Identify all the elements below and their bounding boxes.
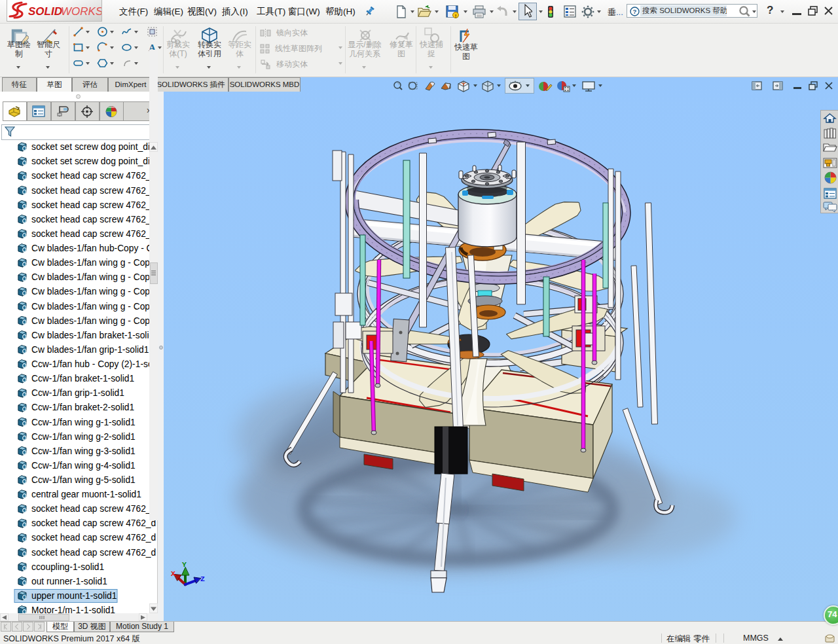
svg-text:central gear muont-1-solid1: central gear muont-1-solid1 [31, 490, 141, 499]
svg-text:socket head cap screw 4762_d: socket head cap screw 4762_d [31, 171, 156, 181]
svg-text:Ccw-1/fan wing g-3-solid1: Ccw-1/fan wing g-3-solid1 [31, 446, 136, 456]
svg-text:socket head cap screw 4762_d: socket head cap screw 4762_d [31, 504, 156, 514]
svg-text:socket head cap screw 4762_d: socket head cap screw 4762_d [31, 533, 156, 543]
svg-text:Ccw-1/fan hub - Copy (2)-1-so: Ccw-1/fan hub - Copy (2)-1-so [31, 359, 153, 369]
svg-text:upper mount-1-solid1: upper mount-1-solid1 [31, 591, 117, 601]
svg-text:socket head cap screw 4762_d: socket head cap screw 4762_d [31, 548, 156, 558]
svg-text:Ccw-1/fan braket-1-solid1: Ccw-1/fan braket-1-solid1 [31, 374, 134, 384]
svg-text:Z: Z [200, 575, 205, 583]
svg-text:!: ! [455, 13, 457, 19]
svg-text:socket set screw dog point_dir: socket set screw dog point_dir [31, 142, 153, 152]
svg-text:Ccw-1/fan wing g-1-solid1: Ccw-1/fan wing g-1-solid1 [31, 418, 136, 427]
svg-text:socket head cap screw 4762_d: socket head cap screw 4762_d [31, 518, 156, 528]
svg-text:Ccw-1/fan wing g-4-solid1: Ccw-1/fan wing g-4-solid1 [31, 461, 136, 471]
svg-text:Cw blades-1/fan wing g - Copy: Cw blades-1/fan wing g - Copy [31, 316, 155, 326]
svg-text:Cw blades-1/fan wing g - Copy: Cw blades-1/fan wing g - Copy [31, 258, 155, 268]
svg-text:Cw blades-1/fan wing g - Copy: Cw blades-1/fan wing g - Copy [31, 272, 155, 282]
svg-text:Cw blades-1/fan wing g - Copy: Cw blades-1/fan wing g - Copy [31, 302, 155, 312]
svg-text:out runner-1-solid1: out runner-1-solid1 [31, 577, 107, 586]
svg-text:Motor-1/m-1-1-solid1: Motor-1/m-1-1-solid1 [31, 605, 115, 613]
svg-text:Cw blades-1/fan grip-1-solid1: Cw blades-1/fan grip-1-solid1 [31, 345, 149, 355]
svg-text:Y: Y [182, 560, 187, 569]
svg-text:Ccw-1/fan grip-1-solid1: Ccw-1/fan grip-1-solid1 [31, 388, 124, 398]
svg-text:SOLID: SOLID [28, 5, 62, 18]
svg-text:Cw blades-1/fan hub-Copy - C: Cw blades-1/fan hub-Copy - C [31, 243, 153, 253]
svg-text:socket set screw dog point_dir: socket set screw dog point_dir [31, 156, 153, 166]
svg-text:socket head cap screw 4762_d: socket head cap screw 4762_d [31, 215, 156, 224]
svg-text:socket head cap screw 4762_d: socket head cap screw 4762_d [31, 186, 156, 196]
svg-text:socket head cap screw 4762_d: socket head cap screw 4762_d [31, 200, 156, 210]
svg-text:Cw blades-1/fan braket-1-solid: Cw blades-1/fan braket-1-solid [31, 331, 154, 340]
svg-text:socket head cap screw 4762_d: socket head cap screw 4762_d [31, 229, 156, 239]
svg-text:?: ? [633, 8, 637, 15]
svg-text:Ccw-1/fan braket-2-solid1: Ccw-1/fan braket-2-solid1 [31, 402, 134, 412]
svg-text:WORKS: WORKS [61, 5, 101, 18]
svg-text:Ccw-1/fan wing g-2-solid1: Ccw-1/fan wing g-2-solid1 [31, 432, 136, 442]
svg-text:ccoupling-1-solid1: ccoupling-1-solid1 [31, 562, 104, 572]
svg-text:Cw blades-1/fan wing g - Copy: Cw blades-1/fan wing g - Copy [31, 287, 155, 296]
svg-text:X: X [171, 569, 175, 578]
svg-text:Ccw-1/fan wing g-5-solid1: Ccw-1/fan wing g-5-solid1 [31, 475, 136, 485]
